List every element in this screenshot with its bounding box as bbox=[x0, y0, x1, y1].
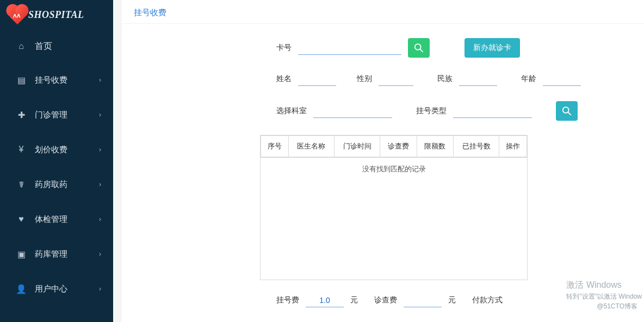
sidebar-item-register[interactable]: ▤ 挂号收费 › bbox=[0, 63, 113, 97]
regfee-unit: 元 bbox=[350, 295, 358, 305]
th-doctor: 医生名称 bbox=[288, 136, 334, 157]
paymethod-label: 付款方式 bbox=[472, 295, 503, 305]
th-fee: 诊查费 bbox=[380, 136, 417, 157]
logo: ᴧᴧ SHOSPITAL bbox=[0, 0, 113, 30]
main-panel: 挂号收费 卡号 新办就诊卡 姓名 性别 民族 年龄 选择科室 bbox=[122, 0, 644, 322]
checkup-icon: ♥ bbox=[15, 214, 27, 224]
name-label: 姓名 bbox=[276, 74, 292, 84]
chevron-right-icon: › bbox=[99, 146, 101, 153]
gender-input[interactable] bbox=[379, 72, 413, 86]
th-op: 操作 bbox=[499, 136, 527, 157]
sidebar-item-label: 划价收费 bbox=[35, 145, 67, 155]
examfee-unit: 元 bbox=[448, 295, 456, 305]
th-index: 序号 bbox=[261, 136, 289, 157]
sidebar-item-pricing[interactable]: ¥ 划价收费 › bbox=[0, 132, 113, 167]
sidebar-item-pharmacy[interactable]: ☤ 药房取药 › bbox=[0, 167, 113, 202]
th-time: 门诊时间 bbox=[334, 136, 380, 157]
row-fees: 挂号费 元 诊查费 元 付款方式 bbox=[276, 293, 631, 307]
th-limit: 限额数 bbox=[417, 136, 453, 157]
sidebar-item-label: 体检管理 bbox=[35, 214, 67, 225]
department-input[interactable] bbox=[313, 104, 392, 118]
outpatient-icon: ✚ bbox=[15, 110, 27, 120]
search-icon bbox=[414, 43, 424, 53]
sidebar-item-home[interactable]: ⌂ 首页 bbox=[0, 30, 113, 63]
table-body bbox=[261, 181, 527, 280]
sidebar-item-label: 药房取药 bbox=[35, 179, 67, 190]
pharmacy-icon: ☤ bbox=[15, 179, 27, 190]
regtype-label: 挂号类型 bbox=[416, 106, 447, 116]
sidebar-item-user[interactable]: 👤 用户中心 › bbox=[0, 271, 113, 306]
chevron-right-icon: › bbox=[99, 111, 101, 119]
user-icon: 👤 bbox=[15, 284, 27, 294]
svg-point-0 bbox=[415, 44, 421, 50]
chevron-right-icon: › bbox=[99, 250, 101, 258]
chevron-right-icon: › bbox=[99, 76, 101, 84]
home-icon: ⌂ bbox=[15, 41, 27, 51]
ethnicity-input[interactable] bbox=[459, 72, 497, 86]
row-basic: 姓名 性别 民族 年龄 bbox=[276, 72, 631, 86]
sidebar-item-stock[interactable]: ▣ 药库管理 › bbox=[0, 237, 113, 271]
chevron-right-icon: › bbox=[99, 215, 101, 223]
search-doctor-button[interactable] bbox=[556, 101, 578, 121]
card-label: 卡号 bbox=[276, 43, 292, 53]
brand-text: SHOSPITAL bbox=[28, 9, 84, 21]
page-title: 挂号收费 bbox=[122, 0, 644, 24]
regfee-label: 挂号费 bbox=[276, 295, 299, 305]
new-card-button[interactable]: 新办就诊卡 bbox=[465, 38, 520, 58]
sidebar-item-label: 首页 bbox=[35, 41, 52, 52]
sidebar-item-label: 门诊管理 bbox=[35, 110, 67, 120]
register-icon: ▤ bbox=[15, 75, 27, 85]
heart-icon: ᴧᴧ bbox=[8, 6, 27, 24]
search-card-button[interactable] bbox=[408, 38, 430, 58]
sidebar-item-label: 用户中心 bbox=[35, 284, 67, 294]
sidebar-item-outpatient[interactable]: ✚ 门诊管理 › bbox=[0, 97, 113, 132]
sidebar-item-label: 挂号收费 bbox=[35, 75, 67, 85]
row-dept: 选择科室 挂号类型 bbox=[276, 101, 631, 121]
row-card: 卡号 新办就诊卡 bbox=[276, 38, 631, 58]
svg-line-1 bbox=[420, 49, 423, 52]
pricing-icon: ¥ bbox=[15, 145, 27, 154]
sidebar: ᴧᴧ SHOSPITAL ⌂ 首页 ▤ 挂号收费 › ✚ 门诊管理 › ¥ 划价… bbox=[0, 0, 113, 322]
chevron-right-icon: › bbox=[99, 181, 101, 188]
examfee-input[interactable] bbox=[404, 293, 442, 307]
chevron-right-icon: › bbox=[99, 285, 101, 293]
age-input[interactable] bbox=[543, 72, 581, 86]
doctor-table: 序号 医生名称 门诊时间 诊查费 限额数 已挂号数 操作 没有找到匹配的记录 bbox=[260, 135, 528, 280]
card-input[interactable] bbox=[298, 41, 401, 55]
ethnicity-label: 民族 bbox=[437, 74, 453, 84]
regtype-input[interactable] bbox=[453, 104, 532, 118]
age-label: 年龄 bbox=[521, 74, 536, 84]
sidebar-item-label: 药库管理 bbox=[35, 249, 67, 259]
th-count: 已挂号数 bbox=[454, 136, 499, 157]
name-input[interactable] bbox=[298, 72, 336, 86]
examfee-label: 诊查费 bbox=[374, 295, 397, 305]
search-icon bbox=[562, 106, 572, 116]
stock-icon: ▣ bbox=[15, 249, 27, 259]
svg-line-3 bbox=[568, 113, 571, 115]
department-label: 选择科室 bbox=[276, 106, 307, 116]
regfee-input[interactable] bbox=[306, 293, 344, 307]
table-empty: 没有找到匹配的记录 bbox=[261, 157, 527, 181]
content: 卡号 新办就诊卡 姓名 性别 民族 年龄 选择科室 挂号类型 bbox=[122, 24, 644, 313]
sidebar-item-checkup[interactable]: ♥ 体检管理 › bbox=[0, 202, 113, 237]
svg-point-2 bbox=[563, 107, 569, 113]
gender-label: 性别 bbox=[357, 74, 372, 84]
